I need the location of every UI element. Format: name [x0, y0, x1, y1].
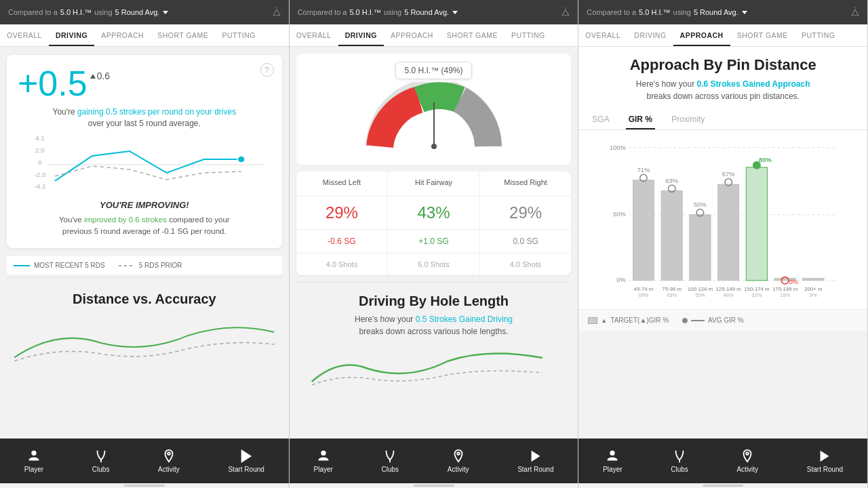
hole-chart-1 — [0, 312, 289, 373]
svg-point-59 — [746, 453, 749, 455]
svg-marker-60 — [821, 451, 829, 462]
hi-value-3: 5.0 H.I.™ — [639, 8, 670, 16]
legend-recent-label-1: MOST RECENT 5 RDS — [34, 262, 105, 269]
fairway-cell-shots-left: 4.0 Shots — [296, 253, 389, 275]
round-avg-3[interactable]: 5 Round Avg. — [694, 8, 747, 16]
nav-startround-1[interactable]: Start Round — [228, 449, 264, 473]
nav-label-activity-2: Activity — [448, 466, 469, 473]
tab-overall-2[interactable]: OVERALL — [290, 24, 338, 46]
nav-startround-3[interactable]: Start Round — [807, 449, 843, 473]
legend-prior-label-1: 5 RDS PRIOR — [139, 262, 182, 269]
filter-icon-2[interactable]: ⧊ — [561, 7, 570, 18]
bottom-nav-1: Player Clubs Activity Start Round — [0, 439, 289, 483]
nav-clubs-2[interactable]: Clubs — [382, 449, 399, 473]
nav-clubs-3[interactable]: Clubs — [671, 449, 688, 473]
clubs-icon-3 — [672, 449, 687, 464]
legend-item-recent-1: MOST RECENT 5 RDS — [14, 262, 105, 269]
panel-content-2: 5.0 H.I.™ (49%) Missed Left — [290, 47, 578, 439]
tab-driving-1[interactable]: DRIVING — [49, 24, 94, 46]
legend-solid-icon-1 — [14, 265, 30, 266]
svg-text:55%: 55% — [695, 292, 705, 298]
hole-length-section-2: Driving By Hole Length Here's how your 0… — [290, 285, 578, 408]
round-avg-text-2: 5 Round Avg. — [404, 8, 449, 16]
hole-length-title-2: Driving By Hole Length — [296, 285, 572, 313]
legend-circle-icon — [682, 318, 688, 323]
round-avg-2[interactable]: 5 Round Avg. — [404, 8, 458, 16]
nav-label-clubs-2: Clubs — [382, 466, 399, 473]
tab-putting-1[interactable]: PUTTING — [215, 24, 262, 46]
nav-startround-2[interactable]: Start Round — [517, 449, 553, 473]
tab-approach-2[interactable]: APPROACH — [384, 24, 440, 46]
tab-shortgame-2[interactable]: SHORT GAME — [440, 24, 505, 46]
missed-left-sg: -0.6 SG — [302, 237, 382, 246]
legend-arrow-icon: ▲ — [601, 317, 607, 324]
chevron-down-icon-2 — [452, 11, 458, 14]
compared-label-3: Compared to a — [587, 8, 636, 16]
tab-overall-1[interactable]: OVERALL — [0, 24, 49, 46]
approach-tab-proximity[interactable]: Proximity — [669, 109, 707, 129]
improving-label-1: YOU'RE IMPROVING! — [18, 200, 271, 210]
svg-rect-24 — [633, 180, 654, 281]
bottom-nav-3: Player Clubs Activity Start Round — [578, 439, 867, 483]
big-number-1: +0.5 0.6 — [18, 66, 271, 101]
chart-legend-1: MOST RECENT 5 RDS 5 RDS PRIOR — [7, 256, 282, 274]
svg-marker-10 — [242, 451, 251, 462]
fairway-cell-header-missed-right: Missed Right — [480, 171, 572, 196]
tab-putting-2[interactable]: PUTTING — [505, 24, 552, 46]
gaining-pre-1: You're — [52, 107, 77, 117]
nav-clubs-1[interactable]: Clubs — [92, 449, 110, 473]
top-bar-left-2: Compared to a 5.0 H.I.™ using 5 Round Av… — [298, 8, 458, 16]
scroll-indicator-2 — [414, 485, 454, 487]
svg-text:63%: 63% — [666, 177, 679, 184]
svg-rect-54 — [803, 279, 824, 281]
hole-length-chart-2 — [296, 344, 572, 399]
legend-bar-icon — [588, 317, 597, 324]
gaining-highlight-1: gaining 0.5 strokes per round on your dr… — [77, 107, 236, 117]
filter-icon-1[interactable]: ⧊ — [273, 7, 281, 18]
filter-icon-3[interactable]: ⧊ — [851, 7, 859, 18]
panel-2: Compared to a 5.0 H.I.™ using 5 Round Av… — [290, 0, 579, 488]
nav-activity-3[interactable]: Activity — [736, 449, 758, 473]
missed-left-label: Missed Left — [302, 178, 382, 186]
location-icon-2 — [451, 449, 466, 464]
nav-player-2[interactable]: Player — [314, 449, 333, 473]
svg-text:0%: 0% — [789, 278, 799, 285]
missed-right-label: Missed Right — [486, 178, 566, 186]
panel-content-1: ? +0.5 0.6 You're gaining 0.5 strokes pe… — [0, 47, 289, 439]
tab-putting-3[interactable]: PUTTING — [795, 24, 842, 46]
svg-point-13 — [431, 144, 437, 149]
nav-activity-2[interactable]: Activity — [448, 449, 469, 473]
fairway-cell-shots-hit: 6.0 Shots — [388, 253, 480, 275]
fairway-stats-2: Missed Left Hit Fairway Missed Right 29%… — [296, 171, 572, 275]
divider-2 — [296, 282, 572, 283]
tab-shortgame-1[interactable]: SHORT GAME — [151, 24, 215, 46]
nav-tabs-2: OVERALL DRIVING APPROACH SHORT GAME PUTT… — [290, 24, 578, 47]
stats-card-1: ? +0.5 0.6 You're gaining 0.5 strokes pe… — [7, 55, 282, 248]
chevron-down-icon-3 — [742, 11, 747, 14]
play-icon-1 — [239, 449, 254, 464]
nav-activity-1[interactable]: Activity — [158, 449, 180, 473]
tab-overall-3[interactable]: OVERALL — [578, 24, 627, 46]
svg-text:0: 0 — [38, 159, 41, 165]
svg-text:18%: 18% — [781, 292, 791, 298]
approach-tab-gir[interactable]: GIR % — [626, 109, 655, 129]
tab-driving-2[interactable]: DRIVING — [338, 24, 384, 46]
svg-text:50%: 50% — [694, 201, 707, 208]
nav-player-1[interactable]: Player — [24, 449, 43, 473]
gauge-svg-2 — [366, 82, 502, 157]
line-chart-1: 4.1 2.0 0 -2.0 -4.1 — [18, 132, 271, 193]
missed-right-sg: 0.0 SG — [486, 237, 566, 246]
tab-driving-3[interactable]: DRIVING — [627, 24, 673, 46]
hit-fairway-pct: 43% — [393, 203, 474, 222]
round-avg-1[interactable]: 5 Round Avg. — [115, 8, 169, 16]
nav-player-3[interactable]: Player — [603, 449, 622, 473]
big-number-value-1: +0.5 — [18, 66, 87, 101]
tab-approach-1[interactable]: APPROACH — [94, 24, 151, 46]
compared-label-1: Compared to a — [8, 8, 58, 16]
tab-shortgame-3[interactable]: SHORT GAME — [730, 24, 795, 46]
tab-approach-3[interactable]: APPROACH — [673, 24, 730, 46]
panel-3: Compared to a 5.0 H.I.™ using 5 Round Av… — [578, 0, 868, 488]
help-icon-1[interactable]: ? — [260, 63, 274, 77]
hit-fairway-label: Hit Fairway — [393, 178, 474, 186]
approach-tab-sga[interactable]: SGA — [589, 109, 612, 129]
